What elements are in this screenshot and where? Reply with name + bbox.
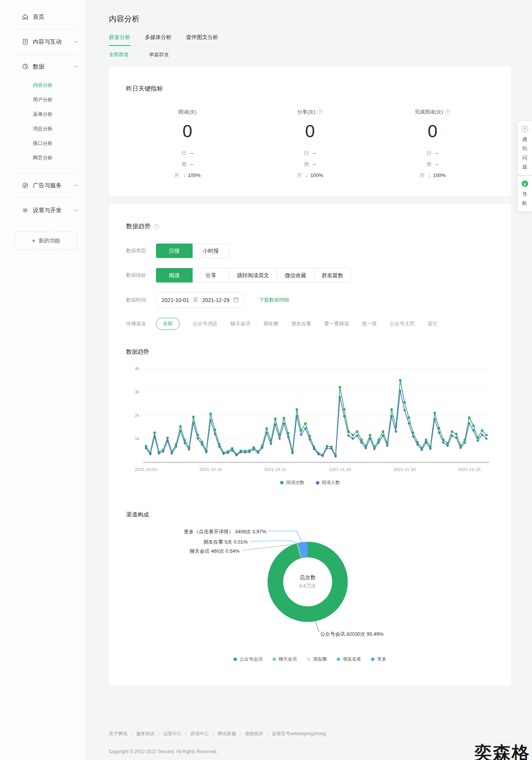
divider xyxy=(15,54,78,54)
metric-month-key: 月 xyxy=(419,172,424,178)
pill-friends-watching[interactable]: 朋友在看 xyxy=(291,320,311,327)
subtab-single-mass-send[interactable]: 单篇群发 xyxy=(149,51,169,58)
help-char: 遇 xyxy=(522,136,527,143)
gear-icon xyxy=(21,206,29,214)
pill-official-message[interactable]: 公众号消息 xyxy=(193,320,217,327)
metric-label-text: 阅读(次) xyxy=(178,109,197,115)
legend-chat-session[interactable]: 聊天会话 xyxy=(272,656,297,663)
pill-all[interactable]: 全部 xyxy=(156,318,180,330)
legend-official-session[interactable]: 公众号会话 xyxy=(234,656,263,663)
legend-read-users[interactable]: 阅读人数 xyxy=(316,479,340,486)
green-dot-icon xyxy=(280,481,284,484)
help-float-button[interactable]: ? 遇 到 问 题 xyxy=(517,121,532,175)
metric-complete-read: 完成阅读(次) ? 0 日-- 周-- 月↓100% xyxy=(371,108,494,179)
sidebar-item-label: 数据 xyxy=(33,63,44,70)
help-icon[interactable]: ? xyxy=(317,109,323,115)
metric-value: 0 xyxy=(371,121,494,141)
sidebar-item-data[interactable]: 数据 xyxy=(0,58,85,75)
new-feature-button[interactable]: + 新的功能 xyxy=(15,232,77,250)
svg-text:2021-10-16: 2021-10-16 xyxy=(200,467,222,472)
help-icon[interactable]: ? xyxy=(154,224,159,229)
sidebar-item-content-interact[interactable]: 内容与互动 xyxy=(0,33,85,50)
sidebar-item-web-analysis[interactable]: 网页分析 xyxy=(0,151,85,165)
svg-text:2021-12-15: 2021-12-15 xyxy=(458,467,480,472)
legend-moments[interactable]: 朋友圈 xyxy=(307,656,327,663)
legend-label: 聊天会话 xyxy=(279,656,297,663)
trend-title-text: 数据趋势 xyxy=(126,222,151,231)
footer-link-terms[interactable]: 服务协议 xyxy=(127,731,154,736)
footer-link-about[interactable]: 关于腾讯 xyxy=(109,731,127,736)
date-range-picker[interactable]: 2021-10-01 至 2021-12-29 xyxy=(156,292,245,308)
donut-legend: 公众号会话 聊天会话 朋友圈 朋友在看 更多 xyxy=(126,656,494,663)
divider xyxy=(15,173,78,173)
callout-official-session: 公众号会话 82030次 95.49% xyxy=(320,631,383,638)
sidebar-item-api-analysis[interactable]: 接口分析 xyxy=(0,136,85,151)
sidebar-item-user-analysis[interactable]: 用户分析 xyxy=(0,93,85,107)
footer-link-feedback[interactable]: 反馈官号weixingongzhong xyxy=(263,731,326,736)
footer-links: 关于腾讯服务协议运营中心辟谣中心腾讯客服侵权投诉反馈官号weixingongzh… xyxy=(109,731,511,737)
pill-top-stories[interactable]: 看一看精选 xyxy=(324,320,349,327)
button-wechat-favorite[interactable]: 微信收藏 xyxy=(277,268,314,283)
footer-link-support[interactable]: 腾讯客服 xyxy=(209,731,236,736)
footer-link-operation-center[interactable]: 运营中心 xyxy=(154,731,182,736)
sidebar-item-menu-analysis[interactable]: 菜单分析 xyxy=(0,107,85,122)
callout-more[interactable]: 更多（点击展开详情） 3408次 3.97% xyxy=(184,528,266,535)
trend-card-title: 数据趋势 ? xyxy=(126,222,494,231)
button-share[interactable]: 分享 xyxy=(193,268,229,283)
pill-official-homepage[interactable]: 公众号主页 xyxy=(390,320,415,327)
legend-dot-icon xyxy=(307,658,310,661)
tab-multimedia-analysis[interactable]: 多媒体分析 xyxy=(145,34,172,45)
legend-label: 阅读人数 xyxy=(322,479,340,486)
footer-link-infringement[interactable]: 侵权投诉 xyxy=(236,731,263,736)
button-mass-send-count[interactable]: 群发篇数 xyxy=(314,268,351,283)
subtab-all-mass-send[interactable]: 全部群发 xyxy=(109,51,129,58)
legend-friends-watching[interactable]: 朋友在看 xyxy=(337,656,361,663)
svg-text:2021-10-31: 2021-10-31 xyxy=(264,467,287,472)
metric-month-value: 100% xyxy=(310,172,323,178)
channel-section-title: 渠道构成 xyxy=(126,511,494,518)
pill-moments[interactable]: 朋友圈 xyxy=(263,320,278,327)
button-jump-original[interactable]: 跳转阅读原文 xyxy=(229,268,277,283)
button-daily[interactable]: 日报 xyxy=(156,244,193,258)
legend-more[interactable]: 更多 xyxy=(371,656,386,663)
sidebar-item-ads-services[interactable]: 广告与服务 xyxy=(0,177,85,194)
sidebar-item-message-analysis[interactable]: 消息分析 xyxy=(0,122,85,136)
compass-icon xyxy=(21,182,29,189)
main-content: 内容分析 群发分析 多媒体分析 壹伴图文分析 全部群发 单篇群发 昨日关键指标 … xyxy=(85,0,532,760)
download-data-link[interactable]: 下载数据明细 xyxy=(259,297,289,304)
pill-chat-session[interactable]: 聊天会话 xyxy=(230,320,250,327)
key-metrics-card: 昨日关键指标 阅读(次) 0 日-- 周-- 月↓100% 分享(次) xyxy=(109,67,511,196)
metric-label-text: 分享(次) xyxy=(297,109,316,115)
button-hourly[interactable]: 小时报 xyxy=(193,244,229,258)
callout-friends-watching: 朋友在看 5次 0.01% xyxy=(203,539,248,546)
tab-yiban-article-analysis[interactable]: 壹伴图文分析 xyxy=(186,34,218,45)
donut-center: 总次数 8.6万次 xyxy=(283,557,332,606)
help-icon[interactable]: ? xyxy=(445,109,450,115)
new-feature-label: 新的功能 xyxy=(39,237,60,244)
legend-read-count[interactable]: 阅读次数 xyxy=(280,479,305,486)
pill-other[interactable]: 其它 xyxy=(428,320,438,327)
sidebar-item-settings-dev[interactable]: 设置与开发 xyxy=(0,202,85,219)
footer-link-rumor-center[interactable]: 辟谣中心 xyxy=(182,731,209,736)
trend-line-chart[interactable]: 1k2k3k4k2021-10-012021-10-162021-10-3120… xyxy=(126,361,494,476)
metric-week-row: 周-- xyxy=(371,161,494,168)
channel-pill-row: 全部 公众号消息 聊天会话 朋友圈 朋友在看 看一看精选 搜一搜 公众号主页 其… xyxy=(156,318,438,330)
blue-diamond-icon xyxy=(315,481,320,485)
nav-float-button[interactable]: y 导 航 xyxy=(517,176,532,211)
question-icon: ? xyxy=(522,126,528,132)
sidebar-item-home[interactable]: 首页 xyxy=(0,8,85,25)
pill-search[interactable]: 搜一搜 xyxy=(362,320,377,327)
tab-bar: 群发分析 多媒体分析 壹伴图文分析 xyxy=(109,34,511,46)
metric-week-key: 周 xyxy=(427,161,431,167)
tab-mass-send-analysis[interactable]: 群发分析 xyxy=(109,34,130,45)
nav-char: 航 xyxy=(522,200,527,207)
sidebar-item-content-analysis[interactable]: 内容分析 xyxy=(0,78,85,93)
metric-month-key: 月 xyxy=(174,172,179,178)
sidebar: 首页 内容与互动 数据 内容分析 用户分析 菜单分析 消息分 xyxy=(0,0,85,760)
button-read[interactable]: 阅读 xyxy=(156,268,193,283)
subtab-bar: 全部群发 单篇群发 xyxy=(109,51,511,58)
sidebar-item-label: 广告与服务 xyxy=(33,182,62,189)
metric-month-row: 月↓100% xyxy=(126,172,249,179)
data-metric-group: 阅读 分享 跳转阅读原文 微信收藏 群发篇数 xyxy=(156,268,351,283)
metrics-card-title: 昨日关键指标 xyxy=(126,85,494,93)
